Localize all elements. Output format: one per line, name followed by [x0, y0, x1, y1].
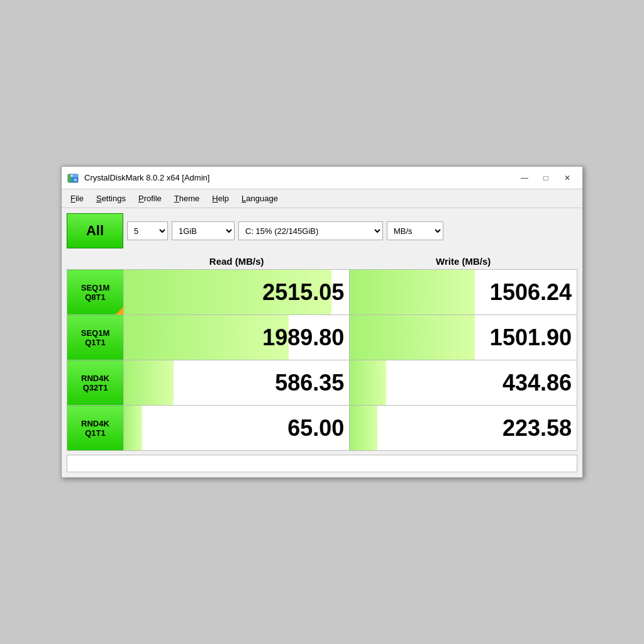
label-header: [67, 253, 124, 270]
write-value-cell: 434.86: [350, 360, 577, 406]
menu-help[interactable]: Help: [206, 191, 235, 206]
write-header: Write (MB/s): [350, 253, 577, 270]
write-value-cell: 223.58: [350, 406, 577, 451]
title-bar-left: CrystalDiskMark 8.0.2 x64 [Admin]: [67, 172, 209, 184]
menu-settings[interactable]: Settings: [90, 191, 132, 206]
label-cell: SEQ1MQ8T1: [67, 270, 124, 315]
app-icon: [67, 172, 79, 184]
read-value: 586.35: [275, 370, 344, 396]
svg-rect-6: [68, 174, 70, 182]
label-cell: SEQ1MQ1T1: [67, 315, 124, 360]
table-row: SEQ1MQ1T1 1989.80 1501.90: [67, 315, 577, 360]
title-bar-buttons: — □ ✕: [514, 170, 577, 186]
read-bar: [124, 406, 142, 450]
read-value-cell: 65.00: [124, 406, 350, 451]
status-bar: [67, 455, 577, 472]
num-passes-select[interactable]: 5 1 3: [127, 221, 168, 240]
maximize-button[interactable]: □: [536, 170, 556, 186]
read-bar: [124, 360, 174, 405]
menu-profile[interactable]: Profile: [132, 191, 168, 206]
write-bar: [350, 315, 474, 360]
write-value-cell: 1506.24: [350, 270, 577, 315]
drive-select[interactable]: C: 15% (22/145GiB): [238, 221, 383, 240]
controls-row: All 5 1 3 1GiB 512MiB 2GiB C: 15% (22/14…: [67, 213, 577, 248]
write-value-cell: 1501.90: [350, 315, 577, 360]
test-size-select[interactable]: 1GiB 512MiB 2GiB: [172, 221, 235, 240]
write-bar: [350, 270, 474, 314]
menu-language[interactable]: Language: [235, 191, 284, 206]
title-bar: CrystalDiskMark 8.0.2 x64 [Admin] — □ ✕: [62, 167, 582, 189]
main-content: All 5 1 3 1GiB 512MiB 2GiB C: 15% (22/14…: [62, 208, 582, 477]
write-value: 223.58: [502, 415, 572, 441]
read-value: 1989.80: [262, 325, 344, 351]
all-button[interactable]: All: [67, 213, 123, 248]
table-row: SEQ1MQ8T1 2515.05 1506.24: [67, 270, 577, 315]
menu-bar: File Settings Profile Theme Help Languag…: [62, 189, 582, 208]
results-table: Read (MB/s) Write (MB/s) SEQ1MQ8T1 2515.…: [67, 253, 577, 451]
write-value: 1501.90: [490, 325, 572, 351]
menu-theme[interactable]: Theme: [168, 191, 206, 206]
main-window: CrystalDiskMark 8.0.2 x64 [Admin] — □ ✕ …: [61, 166, 583, 478]
write-value: 434.86: [502, 370, 572, 396]
table-row: RND4KQ32T1 586.35 434.86: [67, 360, 577, 406]
read-value: 2515.05: [262, 279, 344, 306]
close-button[interactable]: ✕: [557, 170, 577, 186]
write-value: 1506.24: [490, 279, 572, 306]
orange-corner-indicator: [116, 307, 123, 314]
read-value-cell: 1989.80: [124, 315, 350, 360]
minimize-button[interactable]: —: [514, 170, 535, 186]
svg-point-3: [74, 178, 77, 181]
write-bar: [350, 360, 386, 405]
table-row: RND4KQ1T1 65.00 223.58: [67, 406, 577, 451]
label-cell: RND4KQ32T1: [67, 360, 124, 406]
read-header: Read (MB/s): [124, 253, 350, 270]
window-title: CrystalDiskMark 8.0.2 x64 [Admin]: [84, 173, 209, 182]
read-value-cell: 586.35: [124, 360, 350, 406]
write-bar: [350, 406, 377, 450]
unit-select[interactable]: MB/s GB/s IOPS: [387, 221, 443, 240]
menu-file[interactable]: File: [64, 191, 90, 206]
label-cell: RND4KQ1T1: [67, 406, 124, 451]
read-value: 65.00: [287, 415, 344, 441]
read-value-cell: 2515.05: [124, 270, 350, 315]
